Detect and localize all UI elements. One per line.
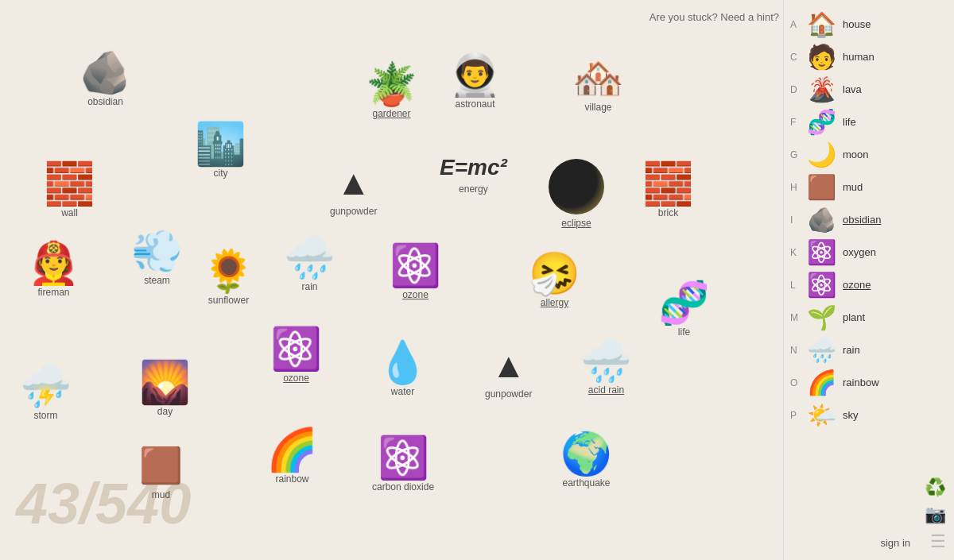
sidebar-item-ozone[interactable]: L ⚛️ ozone [784,268,954,301]
item-water[interactable]: 💧 water [377,342,429,397]
rainbow-sidebar-label: rainbow [843,377,879,388]
human-sidebar-label: human [843,51,874,63]
sidebar-item-human[interactable]: C 🧑 human [784,41,954,73]
sidebar-item-moon[interactable]: G 🌙 moon [784,138,954,171]
sidebar-item-oxygen[interactable]: K ⚛️ oxygen [784,236,954,268]
recycle-icon[interactable]: ♻️ [925,477,946,498]
life-sidebar-label: life [843,116,856,128]
ozone1-icon: ⚛️ [390,245,441,286]
item-rainbow[interactable]: 🌈 rainbow [266,429,318,485]
item-sunflower[interactable]: 🌻 sunflower [203,250,254,306]
item-steam[interactable]: 💨 steam [131,230,183,286]
ozone2-icon: ⚛️ [270,328,322,369]
item-eclipse[interactable]: eclipse [549,159,604,229]
item-city[interactable]: 🏙️ city [195,123,246,179]
sidebar-letter-c: C [790,52,803,63]
sunflower-label: sunflower [208,295,249,306]
acid-rain-icon: 🌧️ [580,340,632,381]
obsidian-sidebar-icon: 🪨 [803,206,840,234]
menu-icon[interactable]: ☰ [930,531,946,552]
sidebar-item-obsidian[interactable]: I 🪨 obsidian [784,203,954,236]
sidebar-item-sky[interactable]: P 🌤️ sky [784,399,954,431]
rainbow-label: rainbow [275,473,308,485]
sidebar-letter-o: O [790,377,803,388]
oxygen-sidebar-label: oxygen [843,246,876,258]
item-ozone1[interactable]: ⚛️ ozone [390,245,441,300]
sidebar-letter-g: G [790,149,803,160]
lava-sidebar-icon: 🌋 [803,75,840,103]
lava-sidebar-label: lava [843,83,862,95]
item-gardener[interactable]: 🪴 gardener [366,64,417,119]
item-wall[interactable]: 🧱 wall [44,163,95,218]
sign-in-button[interactable]: sign in [880,537,910,549]
fireman-label: fireman [37,287,69,298]
fireman-icon: 🧑‍🚒 [28,242,80,284]
human-sidebar-icon: 🧑 [803,43,840,71]
gunpowder2-label: gunpowder [485,388,532,400]
item-brick[interactable]: 🧱 brick [642,163,694,218]
rain-icon: 🌧️ [284,237,335,278]
item-allergy[interactable]: 🤧 allergy [529,253,580,308]
rain-label: rain [301,281,317,292]
item-acid-rain[interactable]: 🌧️ acid rain [580,340,632,396]
sidebar-letter-k: K [790,247,803,258]
plant-sidebar-icon: 🌱 [803,303,840,331]
brick-icon: 🧱 [642,163,694,204]
item-day[interactable]: 🌄 day [139,361,191,417]
obsidian-icon: 🪨 [80,52,131,93]
sidebar-item-plant[interactable]: M 🌱 plant [784,301,954,334]
item-ozone2[interactable]: ⚛️ ozone [270,328,322,384]
allergy-icon: 🤧 [529,253,580,294]
carbon-dioxide-icon: ⚛️ [378,437,429,478]
sidebar-letter-d: D [790,84,803,95]
gardener-label: gardener [372,108,410,119]
sidebar-letter-m: M [790,312,803,323]
sidebar-item-rainbow[interactable]: O 🌈 rainbow [784,366,954,399]
brick-label: brick [658,207,678,218]
sidebar-letter-n: N [790,345,803,356]
item-storm[interactable]: ⛈️ storm [20,365,72,421]
obsidian-sidebar-label: obsidian [843,214,881,226]
sidebar: A 🏠 house C 🧑 human D 🌋 lava F 🧬 life G … [783,0,954,560]
storm-icon: ⛈️ [20,365,72,407]
ozone1-label: ozone [402,289,429,300]
sidebar-item-house[interactable]: A 🏠 house [784,8,954,41]
item-gunpowder1[interactable]: ▲ gunpowder [330,163,377,217]
item-mud[interactable]: 🟫 mud [139,445,183,500]
sunflower-icon: 🌻 [203,250,254,292]
item-energy[interactable]: E=mc² energy [440,155,507,195]
house-sidebar-label: house [843,18,871,30]
item-astronaut[interactable]: 👨‍🚀 astronaut [449,54,501,110]
obsidian-label: obsidian [87,96,123,107]
hint-text[interactable]: Are you stuck? Need a hint? [650,11,779,23]
ozone-sidebar-icon: ⚛️ [803,271,840,299]
steam-label: steam [144,275,170,286]
item-earthquake[interactable]: 🌍 earthquake [560,433,612,489]
item-rain[interactable]: 🌧️ rain [284,237,335,292]
eclipse-label: eclipse [561,218,591,229]
sidebar-item-mud[interactable]: H 🟫 mud [784,171,954,203]
item-village[interactable]: 🏘️ village [572,57,624,113]
city-label: city [214,168,228,179]
item-obsidian[interactable]: 🪨 obsidian [80,52,131,107]
item-carbon-dioxide[interactable]: ⚛️ carbon dioxide [372,437,434,492]
mud-sidebar-icon: 🟫 [803,173,840,201]
sidebar-item-rain[interactable]: N 🌧️ rain [784,334,954,366]
item-gunpowder2[interactable]: ▲ gunpowder [485,346,532,400]
day-icon: 🌄 [139,361,191,403]
sidebar-item-lava[interactable]: D 🌋 lava [784,73,954,106]
life-sidebar-icon: 🧬 [803,108,840,136]
sidebar-item-life[interactable]: F 🧬 life [784,106,954,138]
storm-label: storm [34,410,58,421]
life-label: life [678,326,690,338]
mud-label: mud [152,489,170,500]
camera-icon[interactable]: 📷 [925,504,946,525]
item-fireman[interactable]: 🧑‍🚒 fireman [28,242,80,298]
astronaut-label: astronaut [455,98,494,110]
mud-sidebar-label: mud [843,181,863,193]
item-life[interactable]: 🧬 life [658,282,710,338]
rain-sidebar-label: rain [843,344,860,356]
sidebar-letter-i: I [790,214,803,226]
life-icon: 🧬 [658,282,710,323]
village-label: village [584,102,611,113]
